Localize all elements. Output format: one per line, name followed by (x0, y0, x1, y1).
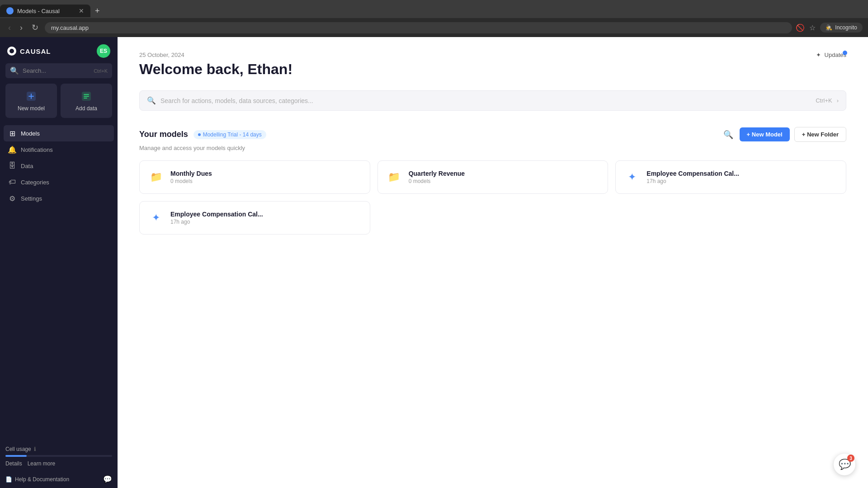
app: CAUSAL ES 🔍 Search... Ctrl+K New model (0, 37, 868, 488)
settings-icon: ⚙ (8, 194, 16, 202)
welcome-title: Welcome back, Ethan! (139, 61, 846, 78)
main-search-bar[interactable]: 🔍 Search for actions, models, data sourc… (139, 90, 846, 111)
main-search-icon: 🔍 (147, 96, 156, 105)
models-icon: ⊞ (8, 129, 16, 137)
search-placeholder: Search... (23, 67, 90, 74)
help-label: Help & Documentation (15, 476, 69, 483)
updates-sparkle-icon: ✦ (816, 52, 821, 58)
notifications-icon: 🔔 (8, 145, 16, 154)
sidebar-header: CAUSAL ES (0, 37, 118, 63)
model-card-info-employee-comp-2: Employee Compensation Cal... 17h ago (170, 211, 263, 225)
cell-usage-learn-link[interactable]: Learn more (28, 460, 55, 467)
sidebar-item-settings[interactable]: ⚙ Settings (4, 190, 114, 206)
cell-usage-label: Cell usage (5, 446, 31, 452)
folder-icon-quarterly-revenue: 📁 (386, 169, 402, 185)
new-model-label: New model (18, 105, 45, 112)
incognito-label: Incognito (835, 24, 857, 31)
models-actions: 🔍 + New Model + New Folder (722, 127, 846, 142)
updates-notification-dot (843, 51, 847, 55)
sidebar-item-categories[interactable]: 🏷 Categories (4, 174, 114, 190)
sidebar-item-models-label: Models (21, 130, 40, 137)
browser-tabs: Models - Causal ✕ + (0, 0, 868, 18)
model-meta-employee-comp-1: 17h ago (646, 178, 739, 184)
date-label: 25 October, 2024 (139, 52, 846, 58)
model-card-info-quarterly-revenue: Quarterly Revenue 0 models (409, 170, 465, 184)
new-model-button-label: + New Model (747, 131, 783, 138)
cell-usage-fill (5, 455, 27, 457)
updates-button[interactable]: ✦ Updates (816, 52, 846, 58)
models-search-button[interactable]: 🔍 (722, 128, 735, 141)
sidebar-item-notifications-label: Notifications (21, 146, 53, 153)
add-data-icon (80, 90, 93, 103)
model-card-monthly-dues[interactable]: 📁 Monthly Dues 0 models (139, 160, 370, 194)
cell-usage-header: Cell usage ℹ (5, 446, 112, 452)
main-inner: 25 October, 2024 Welcome back, Ethan! ✦ … (118, 37, 868, 249)
cell-usage-links: Details Learn more (5, 460, 112, 467)
tab-close-button[interactable]: ✕ (79, 7, 84, 14)
model-meta-monthly-dues: 0 models (170, 178, 212, 184)
model-card-info-employee-comp-1: Employee Compensation Cal... 17h ago (646, 170, 739, 184)
search-shortcut: Ctrl+K (94, 68, 108, 74)
main-search-placeholder: Search for actions, models, data sources… (160, 97, 811, 104)
sidebar-item-data-label: Data (21, 163, 33, 169)
sidebar-logo: CAUSAL (7, 47, 51, 56)
new-folder-button-label: + New Folder (802, 131, 839, 138)
models-subtitle: Manage and access your models quickly (139, 145, 846, 151)
trial-dot (198, 133, 201, 136)
model-name-monthly-dues: Monthly Dues (170, 170, 212, 177)
new-model-quick-button[interactable]: New model (5, 84, 57, 118)
new-model-icon (25, 90, 38, 103)
chat-widget[interactable]: 💬 3 (834, 454, 855, 475)
new-tab-button[interactable]: + (90, 4, 104, 19)
model-icon-employee-comp-1: ✦ (624, 169, 640, 185)
help-icon: 📄 (5, 476, 12, 483)
sidebar-quick-actions: New model Add data (0, 84, 118, 125)
main-content: 25 October, 2024 Welcome back, Ethan! ✦ … (118, 37, 868, 488)
models-title-row: Your models Modelling Trial - 14 days (139, 130, 266, 139)
model-card-info-monthly-dues: Monthly Dues 0 models (170, 170, 212, 184)
sidebar-item-categories-label: Categories (21, 179, 49, 186)
tab-title: Models - Causal (17, 8, 60, 14)
chat-icon[interactable]: 💬 (103, 475, 112, 483)
avatar: ES (97, 44, 110, 58)
model-card-employee-comp-2[interactable]: ✦ Employee Compensation Cal... 17h ago (139, 201, 370, 235)
address-bar[interactable]: my.causal.app (45, 22, 792, 33)
browser-tab-active[interactable]: Models - Causal ✕ (0, 5, 90, 17)
add-data-quick-button[interactable]: Add data (61, 84, 112, 118)
folder-icon-monthly-dues: 📁 (148, 169, 164, 185)
model-card-employee-comp-1[interactable]: ✦ Employee Compensation Cal... 17h ago (615, 160, 846, 194)
forward-button[interactable]: › (17, 22, 25, 33)
model-meta-quarterly-revenue: 0 models (409, 178, 465, 184)
sidebar-search[interactable]: 🔍 Search... Ctrl+K (5, 63, 112, 78)
sidebar-nav: ⊞ Models 🔔 Notifications 🗄 Data 🏷 Catego… (0, 125, 118, 442)
categories-icon: 🏷 (8, 178, 16, 186)
sidebar-item-notifications[interactable]: 🔔 Notifications (4, 141, 114, 158)
help-documentation-link[interactable]: 📄 Help & Documentation (5, 476, 69, 483)
back-button[interactable]: ‹ (5, 22, 14, 33)
incognito-button[interactable]: 🕵 Incognito (820, 23, 863, 33)
cell-usage-bar (5, 455, 112, 457)
model-name-quarterly-revenue: Quarterly Revenue (409, 170, 465, 177)
refresh-button[interactable]: ↻ (29, 22, 41, 33)
model-name-employee-comp-1: Employee Compensation Cal... (646, 170, 739, 177)
new-folder-button[interactable]: + New Folder (794, 127, 846, 142)
model-meta-employee-comp-2: 17h ago (170, 219, 263, 225)
new-model-button[interactable]: + New Model (740, 127, 790, 141)
models-title: Your models (139, 130, 188, 139)
search-bar-right: Ctrl+K › (816, 97, 839, 104)
sidebar-item-data[interactable]: 🗄 Data (4, 158, 114, 174)
tab-favicon (6, 7, 14, 14)
sidebar-item-models[interactable]: ⊞ Models (4, 125, 114, 141)
sidebar: CAUSAL ES 🔍 Search... Ctrl+K New model (0, 37, 118, 488)
search-arrow-icon: › (837, 97, 839, 104)
bookmark-icon[interactable]: ☆ (809, 23, 816, 32)
cell-usage-info-icon: ℹ (34, 446, 36, 452)
logo-inner (9, 49, 14, 53)
address-text: my.causal.app (51, 24, 89, 31)
trial-badge: Modelling Trial - 14 days (193, 130, 266, 139)
cell-usage-details-link[interactable]: Details (5, 460, 22, 467)
models-grid: 📁 Monthly Dues 0 models 📁 Quart (139, 160, 846, 235)
incognito-icon: 🕵 (826, 24, 832, 31)
model-card-quarterly-revenue[interactable]: 📁 Quarterly Revenue 0 models (377, 160, 609, 194)
browser-right-icons: 🚫 ☆ 🕵 Incognito (796, 23, 863, 33)
